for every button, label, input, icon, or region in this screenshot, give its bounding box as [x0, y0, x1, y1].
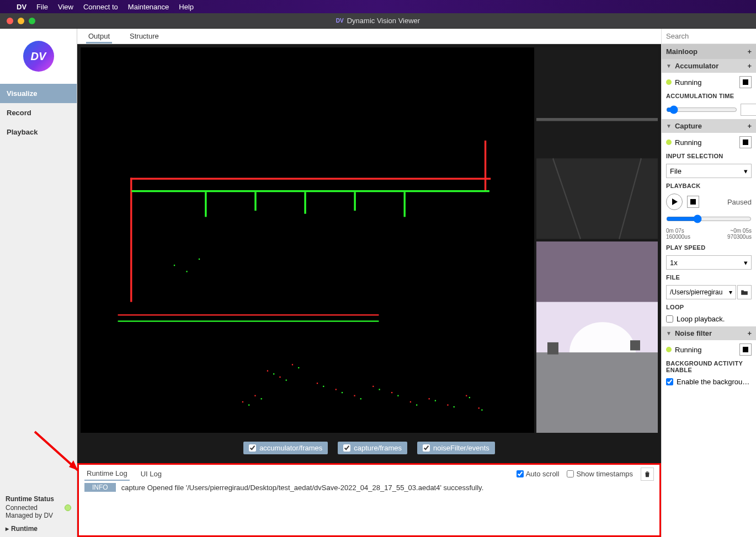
- status-text: Running: [675, 346, 701, 354]
- playback-slider[interactable]: [666, 214, 752, 223]
- event-visualization: [81, 47, 534, 433]
- macos-menubar: DV File View Connect to Maintenance Help: [0, 0, 756, 13]
- bg-activity-checkbox[interactable]: [666, 378, 673, 385]
- connected-label: Connected: [6, 504, 38, 512]
- clear-log-button[interactable]: [641, 468, 654, 481]
- auto-scroll-checkbox[interactable]: [517, 470, 524, 477]
- rgb-preview: [536, 241, 658, 433]
- trash-icon: [643, 470, 651, 478]
- show-timestamps-label: Show timestamps: [576, 470, 633, 478]
- dropdown-value: 1x: [670, 259, 678, 267]
- loop-checkbox[interactable]: [666, 315, 673, 323]
- panel-header-noise[interactable]: ▼ Noise filter +: [662, 326, 756, 340]
- accum-time-input[interactable]: [741, 104, 756, 116]
- sidebar-item-visualize[interactable]: Visualize: [0, 84, 77, 103]
- stream-chip-noise[interactable]: noiseFilter/events: [417, 442, 495, 454]
- tab-structure[interactable]: Structure: [127, 29, 161, 44]
- managed-label: Managed by DV: [6, 512, 71, 519]
- log-level-badge: INFO: [84, 483, 116, 492]
- show-timestamps-checkbox[interactable]: [567, 470, 574, 477]
- log-tab-ui[interactable]: UI Log: [139, 468, 164, 480]
- file-path-dropdown[interactable]: /Users/pierregirau ▾: [666, 285, 736, 299]
- stop-capture-button[interactable]: [739, 136, 752, 148]
- runtime-toggle[interactable]: ▸ Runtime: [6, 525, 71, 533]
- svg-rect-21: [254, 192, 256, 211]
- svg-rect-6: [292, 364, 293, 365]
- svg-rect-2: [485, 141, 486, 190]
- main-canvas-accumulator[interactable]: [81, 47, 534, 433]
- accum-time-slider[interactable]: [666, 105, 737, 114]
- play-button[interactable]: [666, 194, 683, 210]
- svg-rect-43: [199, 259, 200, 260]
- stream-checkbox[interactable]: [423, 444, 430, 452]
- traffic-lights: [0, 18, 35, 24]
- capture-status: Running: [666, 136, 752, 148]
- menu-maintenance[interactable]: Maintenance: [128, 3, 169, 11]
- loop-playback-toggle[interactable]: Loop playback.: [666, 315, 752, 323]
- svg-rect-29: [323, 386, 324, 387]
- panel-title: Noise filter: [675, 329, 712, 337]
- folder-icon: [741, 289, 748, 296]
- menu-help[interactable]: Help: [179, 3, 194, 11]
- menu-file[interactable]: File: [36, 3, 48, 11]
- svg-rect-41: [174, 265, 175, 266]
- panel-title: Capture: [675, 122, 702, 130]
- time-start: 0m 07s: [666, 228, 690, 234]
- chevron-right-icon: ▸: [6, 525, 9, 533]
- panel-header-accumulator[interactable]: ▼ Accumulator +: [662, 59, 756, 73]
- chevron-down-icon: ▾: [744, 167, 748, 175]
- svg-rect-16: [478, 407, 480, 409]
- stop-accumulator-button[interactable]: [739, 76, 752, 88]
- running-dot-icon: [666, 347, 672, 352]
- dropdown-value: /Users/pierregirau: [670, 288, 722, 296]
- browse-file-button[interactable]: [737, 285, 752, 299]
- bg-activity-toggle[interactable]: Enable the backgroun…: [666, 378, 752, 386]
- minimize-window-button[interactable]: [18, 18, 24, 24]
- menu-connect[interactable]: Connect to: [83, 3, 118, 11]
- search-input[interactable]: [662, 29, 756, 44]
- sidebar-item-playback[interactable]: Playback: [0, 122, 77, 142]
- properties-panel: Mainloop + ▼ Accumulator + Running ACCUM…: [661, 29, 756, 537]
- svg-rect-5: [279, 377, 280, 378]
- plus-icon[interactable]: +: [747, 47, 752, 56]
- menu-view[interactable]: View: [58, 3, 73, 11]
- input-selection-dropdown[interactable]: File ▾: [666, 164, 752, 178]
- svg-rect-24: [404, 192, 406, 217]
- svg-rect-32: [379, 389, 380, 390]
- status-text: Running: [675, 138, 701, 147]
- panel-header-mainloop[interactable]: Mainloop +: [662, 44, 756, 59]
- play-speed-dropdown[interactable]: 1x ▾: [666, 255, 752, 270]
- runtime-status-title: Runtime Status: [6, 495, 71, 503]
- stop-playback-button[interactable]: [687, 196, 699, 208]
- panel-header-capture[interactable]: ▼ Capture +: [662, 119, 756, 133]
- svg-rect-49: [536, 241, 658, 302]
- plus-icon[interactable]: +: [747, 62, 752, 70]
- file-label: FILE: [666, 274, 752, 281]
- menu-dv[interactable]: DV: [17, 3, 26, 11]
- stream-checkbox[interactable]: [249, 444, 256, 452]
- svg-rect-25: [118, 320, 379, 321]
- svg-rect-38: [481, 409, 482, 410]
- log-tab-runtime[interactable]: Runtime Log: [84, 467, 130, 481]
- maximize-window-button[interactable]: [29, 18, 35, 24]
- stream-chip-capture[interactable]: capture/frames: [338, 442, 407, 454]
- stop-noise-button[interactable]: [739, 343, 752, 356]
- svg-rect-18: [242, 401, 243, 402]
- tab-output[interactable]: Output: [86, 29, 112, 44]
- plus-icon[interactable]: +: [747, 329, 752, 337]
- visualization-area: accumulator/frames capture/frames noiseF…: [77, 44, 661, 463]
- sidebar-item-record[interactable]: Record: [0, 103, 77, 122]
- noise-status: Running: [666, 343, 752, 356]
- dv-badge-icon: DV: [336, 18, 344, 24]
- playback-status: Paused: [727, 198, 752, 206]
- auto-scroll-toggle[interactable]: Auto scroll: [517, 470, 560, 478]
- plus-icon[interactable]: +: [747, 122, 752, 130]
- side-canvas-capture[interactable]: [536, 47, 658, 239]
- stream-chip-accumulator[interactable]: accumulator/frames: [243, 442, 328, 454]
- stream-checkbox[interactable]: [343, 444, 350, 452]
- close-window-button[interactable]: [7, 18, 13, 24]
- side-canvas-noise[interactable]: [536, 241, 658, 433]
- show-timestamps-toggle[interactable]: Show timestamps: [567, 470, 633, 478]
- log-panel: Runtime Log UI Log Auto scroll Show time…: [77, 463, 661, 537]
- stop-icon: [743, 79, 748, 85]
